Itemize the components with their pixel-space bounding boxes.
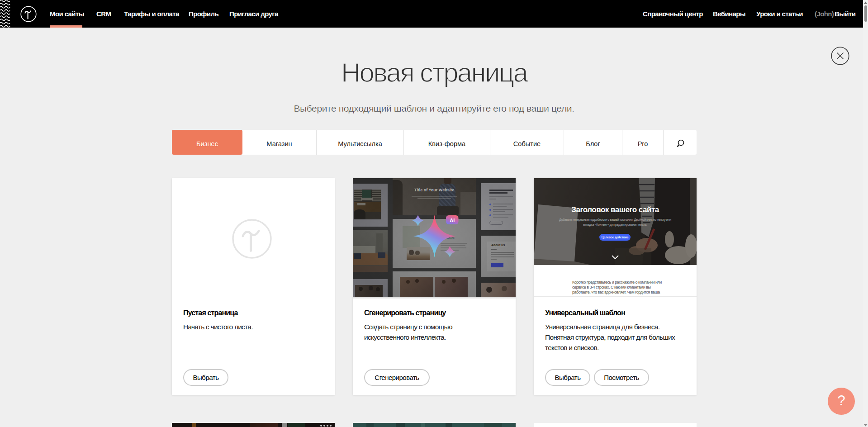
- svg-text:AI: AI: [450, 218, 455, 223]
